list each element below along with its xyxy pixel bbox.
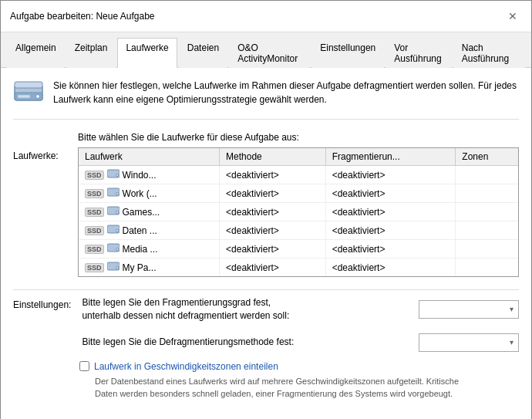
drive-fragmentierung: <deaktiviert> (325, 240, 456, 258)
tab-bar: Allgemein Zeitplan Laufwerke Dateien O&O… (1, 32, 531, 68)
methode-dropdown[interactable]: ▾ (419, 333, 519, 352)
drive-cell: SSD Media ... (85, 242, 213, 255)
fragmentierung-dropdown[interactable]: ▾ (419, 300, 519, 319)
laufwerke-container: Bitte wählen Sie die Laufwerke für diese… (78, 132, 519, 277)
drive-methode: <deaktiviert> (220, 184, 326, 203)
setting-row-methode: Bitte legen Sie die Defragmentierungsmet… (82, 333, 519, 352)
laufwerke-title: Bitte wählen Sie die Laufwerke für diese… (78, 132, 519, 143)
title-bar: Aufgabe bearbeiten: Neue Aufgabe ✕ (1, 1, 531, 32)
drive-zonen (456, 221, 518, 240)
drive-cell: SSD Daten ... (85, 224, 213, 237)
drive-zonen (456, 258, 518, 277)
laufwerke-section: Laufwerke: Bitte wählen Sie die Laufwerk… (13, 132, 519, 277)
ssd-badge: SSD (85, 263, 104, 272)
checkbox-row: Laufwerk in Geschwindigkeitszonen eintei… (79, 361, 519, 372)
drive-name: Games... (123, 207, 160, 218)
drives-table: Laufwerk Methode Fragmentierun... Zonen (79, 148, 518, 276)
drive-cell: SSD Games... (85, 205, 213, 218)
drive-zonen (456, 240, 518, 258)
setting-row-fragmentierung: Bitte legen Sie den Fragmentierungsgrad … (82, 296, 519, 323)
chevron-down-icon: ▾ (510, 305, 513, 313)
table-row[interactable]: SSD Daten ... <deaktiviert> <deaktiviert… (79, 221, 518, 240)
drive-methode: <deaktiviert> (220, 166, 326, 184)
tab-activity[interactable]: O&O ActivityMonitor (229, 38, 310, 68)
zones-checkbox-label[interactable]: Laufwerk in Geschwindigkeitszonen eintei… (94, 361, 278, 372)
tab-vor[interactable]: Vor Ausführung (386, 38, 451, 68)
svg-point-14 (116, 248, 118, 251)
ssd-badge: SSD (85, 226, 104, 235)
zones-checkbox[interactable] (79, 361, 89, 371)
checkbox-section: Laufwerk in Geschwindigkeitszonen eintei… (79, 361, 519, 400)
einstellungen-label: Einstellungen: (13, 296, 71, 352)
ssd-badge: SSD (85, 245, 104, 254)
drive-methode: <deaktiviert> (220, 203, 326, 221)
drive-name: Daten ... (123, 225, 157, 236)
dialog: Aufgabe bearbeiten: Neue Aufgabe ✕ Allge… (0, 0, 532, 419)
drive-icon (107, 187, 120, 200)
drive-zonen (456, 184, 518, 203)
drive-methode: <deaktiviert> (220, 221, 326, 240)
col-header-fragmentierung: Fragmentierun... (325, 148, 456, 166)
drive-icon (107, 205, 120, 218)
table-row[interactable]: SSD Games... <deaktiviert> <deaktiviert> (79, 203, 518, 221)
drive-name: My Pa... (123, 262, 157, 273)
ssd-badge: SSD (85, 171, 104, 180)
close-button[interactable]: ✕ (503, 7, 522, 25)
ssd-badge: SSD (85, 189, 104, 198)
col-header-methode: Methode (220, 148, 326, 166)
svg-point-10 (116, 211, 118, 214)
tab-dateien[interactable]: Dateien (179, 38, 227, 68)
tab-zeitplan[interactable]: Zeitplan (66, 38, 116, 68)
drive-cell: SSD My Pa... (85, 261, 213, 274)
drive-fragmentierung: <deaktiviert> (325, 184, 456, 203)
drive-name: Media ... (123, 244, 158, 255)
col-header-laufwerk: Laufwerk (79, 148, 220, 166)
drive-icon-large (13, 79, 44, 110)
drive-cell: SSD Work (... (85, 187, 213, 200)
svg-rect-3 (18, 95, 30, 98)
drive-fragmentierung: <deaktiviert> (325, 221, 456, 240)
drive-icon (107, 168, 120, 181)
table-row[interactable]: SSD My Pa... <deaktiviert> <deaktiviert> (79, 258, 518, 277)
laufwerke-label: Laufwerke: (13, 132, 67, 277)
svg-point-2 (36, 95, 40, 99)
drive-fragmentierung: <deaktiviert> (325, 166, 456, 184)
drive-fragmentierung: <deaktiviert> (325, 258, 456, 277)
drive-icon (107, 242, 120, 255)
table-row[interactable]: SSD Windo... <deaktiviert> <deaktiviert> (79, 166, 518, 184)
drive-zonen (456, 166, 518, 184)
info-section: Sie können hier festlegen, welche Laufwe… (13, 79, 519, 120)
drives-table-wrapper: Laufwerk Methode Fragmentierun... Zonen (78, 147, 519, 277)
svg-rect-4 (15, 82, 42, 88)
ssd-badge: SSD (85, 208, 104, 217)
svg-point-16 (116, 267, 118, 269)
dialog-title: Aufgabe bearbeiten: Neue Aufgabe (10, 11, 155, 22)
svg-point-6 (116, 174, 118, 177)
drive-name: Windo... (123, 170, 157, 181)
fragmentierung-text: Bitte legen Sie den Fragmentierungsgrad … (82, 296, 412, 323)
drive-name: Work (... (123, 188, 157, 199)
methode-text: Bitte legen Sie die Defragmentierungsmet… (82, 336, 412, 349)
einstellungen-content: Bitte legen Sie den Fragmentierungsgrad … (82, 296, 519, 352)
table-row[interactable]: SSD Media ... <deaktiviert> <deaktiviert… (79, 240, 518, 258)
chevron-down-icon: ▾ (510, 338, 513, 346)
tab-nach[interactable]: Nach Ausführung (453, 38, 525, 68)
checkbox-description: Der Datenbestand eines Laufwerks wird au… (95, 375, 519, 400)
svg-point-8 (116, 193, 118, 195)
drive-cell: SSD Windo... (85, 168, 213, 181)
content-area: Sie können hier festlegen, welche Laufwe… (1, 68, 531, 419)
tab-allgemein[interactable]: Allgemein (7, 38, 65, 68)
drive-icon (107, 224, 120, 237)
drive-fragmentierung: <deaktiviert> (325, 203, 456, 221)
drive-icon (107, 261, 120, 274)
drive-zonen (456, 203, 518, 221)
einstellungen-section: Einstellungen: Bitte legen Sie den Fragm… (13, 289, 519, 352)
table-row[interactable]: SSD Work (... <deaktiviert> <deaktiviert… (79, 184, 518, 203)
drive-methode: <deaktiviert> (220, 240, 326, 258)
col-header-zonen: Zonen (456, 148, 518, 166)
tab-laufwerke[interactable]: Laufwerke (117, 38, 177, 68)
tab-einstellungen[interactable]: Einstellungen (311, 38, 384, 68)
info-text: Sie können hier festlegen, welche Laufwe… (53, 79, 519, 106)
svg-point-12 (116, 230, 118, 232)
drive-methode: <deaktiviert> (220, 258, 326, 277)
